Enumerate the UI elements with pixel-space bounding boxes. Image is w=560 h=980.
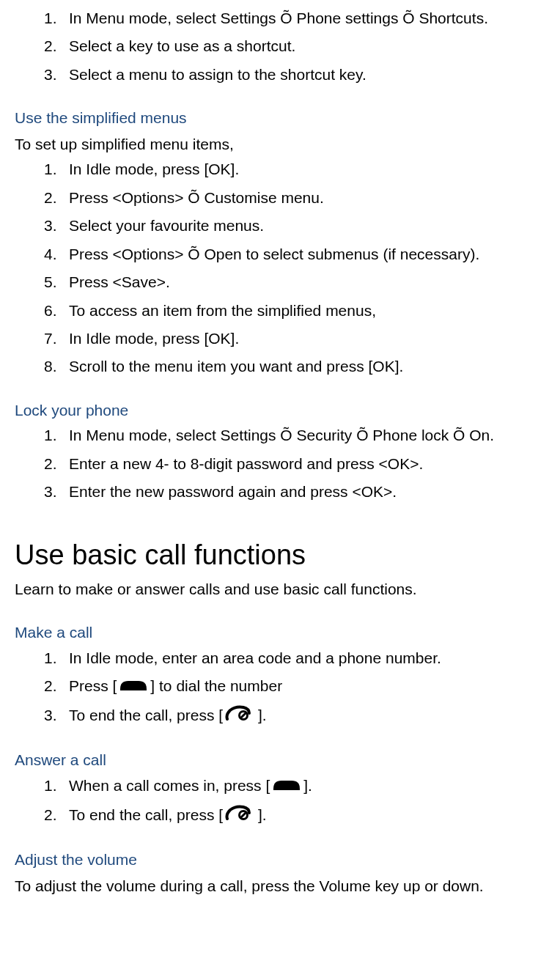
section-intro-simplified: To set up simplified menu items, <box>15 133 545 156</box>
list-text: In Idle mode, press [OK]. <box>69 161 239 177</box>
list-text: Press <Options> Õ Customise menu. <box>69 189 324 206</box>
list-text: Select a menu to assign to the shortcut … <box>69 66 366 83</box>
list-item: 2.Enter a new 4- to 8-digit password and… <box>44 453 545 475</box>
list-item: 1.In Menu mode, select Settings Õ Phone … <box>44 7 545 29</box>
list-text: Enter the new password again and press <… <box>69 483 397 500</box>
list-text-pre: When a call comes in, press [ <box>69 777 270 794</box>
list-item: 2.Select a key to use as a shortcut. <box>44 35 545 57</box>
list-text: In Menu mode, select Settings Õ Security… <box>69 427 494 443</box>
list-item: 6.To access an item from the simplified … <box>44 300 545 322</box>
list-text-pre: Press [ <box>69 677 117 694</box>
svg-line-3 <box>240 812 246 818</box>
answer-call-list: 1.When a call comes in, press []. 2.To e… <box>15 775 545 828</box>
section-intro-volume: To adjust the volume during a call, pres… <box>15 874 545 898</box>
list-item: 3.Select a menu to assign to the shortcu… <box>44 64 545 86</box>
list-item: 8.Scroll to the menu item you want and p… <box>44 355 545 377</box>
list-text: Press <Options> Õ Open to select submenu… <box>69 246 479 262</box>
list-text: In Idle mode, enter an area code and a p… <box>69 649 441 666</box>
make-call-list: 1.In Idle mode, enter an area code and a… <box>15 647 545 729</box>
list-item: 1.When a call comes in, press []. <box>44 775 545 798</box>
list-text: Scroll to the menu item you want and pre… <box>69 358 403 375</box>
section-title-answer-call: Answer a call <box>15 748 545 772</box>
list-text: Select a key to use as a shortcut. <box>69 37 295 54</box>
list-item: 1.In Menu mode, select Settings Õ Securi… <box>44 424 545 446</box>
list-text-post: ]. <box>254 806 267 823</box>
list-item: 3.Select your favourite menus. <box>44 215 545 237</box>
list-item: 2.Press [] to dial the number <box>44 675 545 699</box>
list-item: 5.Press <Save>. <box>44 271 545 293</box>
list-text: Enter a new 4- to 8-digit password and p… <box>69 455 423 472</box>
svg-line-1 <box>240 712 246 718</box>
list-text: In Idle mode, press [OK]. <box>69 330 239 347</box>
dial-key-icon <box>271 775 302 797</box>
list-text-post: ] to dial the number <box>150 677 282 694</box>
section-title-simplified: Use the simplified menus <box>15 106 545 130</box>
list-text-pre: To end the call, press [ <box>69 806 223 823</box>
section-title-lock: Lock your phone <box>15 399 545 422</box>
main-heading: Use basic call functions <box>15 534 545 576</box>
list-text: Press <Save>. <box>69 273 170 290</box>
list-item: 3.Enter the new password again and press… <box>44 481 545 503</box>
shortcut-list: 1.In Menu mode, select Settings Õ Phone … <box>15 7 545 86</box>
end-call-icon <box>224 804 252 828</box>
list-item: 7.In Idle mode, press [OK]. <box>44 328 545 350</box>
lock-list: 1.In Menu mode, select Settings Õ Securi… <box>15 424 545 503</box>
list-text-post: ]. <box>254 707 267 723</box>
dial-key-icon <box>118 676 149 698</box>
list-text: Select your favourite menus. <box>69 217 264 234</box>
section-title-volume: Adjust the volume <box>15 848 545 872</box>
list-text-pre: To end the call, press [ <box>69 707 223 723</box>
section-title-make-call: Make a call <box>15 621 545 644</box>
list-item: 2.To end the call, press [ ]. <box>44 804 545 828</box>
list-item: 3.To end the call, press [ ]. <box>44 704 545 729</box>
list-text: To access an item from the simplified me… <box>69 302 376 319</box>
list-item: 4.Press <Options> Õ Open to select subme… <box>44 243 545 265</box>
main-intro: Learn to make or answer calls and use ba… <box>15 578 545 601</box>
list-item: 1.In Idle mode, enter an area code and a… <box>44 647 545 669</box>
simplified-list: 1.In Idle mode, press [OK]. 2.Press <Opt… <box>15 158 545 378</box>
list-item: 1.In Idle mode, press [OK]. <box>44 158 545 180</box>
end-call-icon <box>224 704 252 728</box>
list-text-post: ]. <box>303 777 312 794</box>
list-text: In Menu mode, select Settings Õ Phone se… <box>69 10 488 26</box>
list-item: 2.Press <Options> Õ Customise menu. <box>44 187 545 209</box>
